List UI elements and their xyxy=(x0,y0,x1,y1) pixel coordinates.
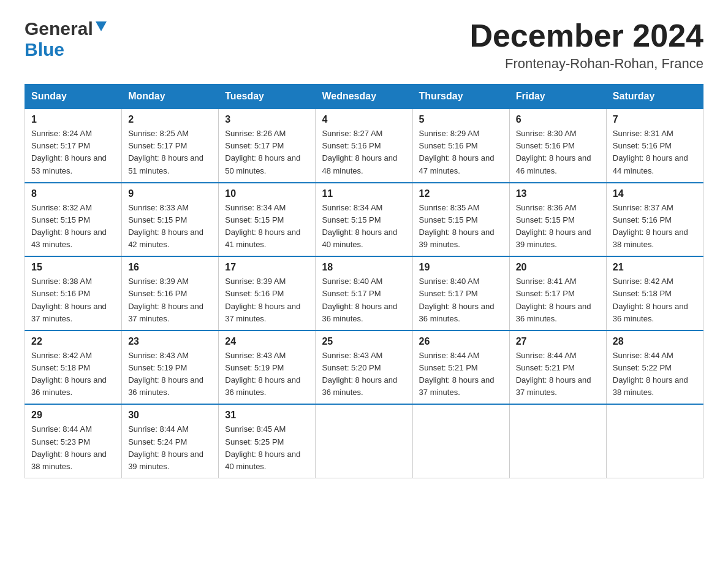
day-info: Sunrise: 8:40 AMSunset: 5:17 PMDaylight:… xyxy=(322,277,397,323)
day-info: Sunrise: 8:43 AMSunset: 5:19 PMDaylight:… xyxy=(128,351,203,397)
day-info: Sunrise: 8:38 AMSunset: 5:16 PMDaylight:… xyxy=(31,277,107,323)
day-number: 18 xyxy=(322,262,406,273)
day-info: Sunrise: 8:35 AMSunset: 5:15 PMDaylight:… xyxy=(419,203,495,249)
calendar-table: Sunday Monday Tuesday Wednesday Thursday… xyxy=(25,84,703,478)
day-number: 19 xyxy=(419,262,503,273)
day-info: Sunrise: 8:39 AMSunset: 5:16 PMDaylight:… xyxy=(128,277,203,323)
calendar-cell: 7 Sunrise: 8:31 AMSunset: 5:16 PMDayligh… xyxy=(606,109,703,183)
day-info: Sunrise: 8:45 AMSunset: 5:25 PMDaylight:… xyxy=(225,424,300,470)
calendar-cell: 30 Sunrise: 8:44 AMSunset: 5:24 PMDaylig… xyxy=(122,404,219,478)
page-title: December 2024 xyxy=(469,18,703,53)
day-info: Sunrise: 8:36 AMSunset: 5:15 PMDaylight:… xyxy=(516,203,591,249)
day-number: 4 xyxy=(322,114,406,125)
calendar-cell: 20 Sunrise: 8:41 AMSunset: 5:17 PMDaylig… xyxy=(509,256,606,331)
day-number: 23 xyxy=(128,336,212,347)
calendar-cell: 14 Sunrise: 8:37 AMSunset: 5:16 PMDaylig… xyxy=(606,183,703,257)
calendar-cell: 9 Sunrise: 8:33 AMSunset: 5:15 PMDayligh… xyxy=(122,183,219,257)
day-info: Sunrise: 8:44 AMSunset: 5:21 PMDaylight:… xyxy=(516,351,591,397)
page-header: General Blue December 2024 Frontenay-Roh… xyxy=(25,18,703,72)
day-number: 12 xyxy=(419,188,503,199)
calendar-cell: 22 Sunrise: 8:42 AMSunset: 5:18 PMDaylig… xyxy=(25,331,122,405)
calendar-cell: 17 Sunrise: 8:39 AMSunset: 5:16 PMDaylig… xyxy=(219,256,316,331)
logo-general-text: General xyxy=(25,18,93,39)
calendar-cell: 13 Sunrise: 8:36 AMSunset: 5:15 PMDaylig… xyxy=(509,183,606,257)
day-number: 7 xyxy=(613,114,697,125)
day-info: Sunrise: 8:34 AMSunset: 5:15 PMDaylight:… xyxy=(322,203,397,249)
day-number: 15 xyxy=(31,262,115,273)
day-number: 13 xyxy=(516,188,600,199)
day-info: Sunrise: 8:44 AMSunset: 5:23 PMDaylight:… xyxy=(31,424,107,470)
calendar-cell: 27 Sunrise: 8:44 AMSunset: 5:21 PMDaylig… xyxy=(509,331,606,405)
calendar-cell: 24 Sunrise: 8:43 AMSunset: 5:19 PMDaylig… xyxy=(219,331,316,405)
day-info: Sunrise: 8:30 AMSunset: 5:16 PMDaylight:… xyxy=(516,129,591,175)
day-info: Sunrise: 8:26 AMSunset: 5:17 PMDaylight:… xyxy=(225,129,300,175)
calendar-cell: 18 Sunrise: 8:40 AMSunset: 5:17 PMDaylig… xyxy=(316,256,412,331)
day-info: Sunrise: 8:37 AMSunset: 5:16 PMDaylight:… xyxy=(613,203,688,249)
calendar-week-2: 8 Sunrise: 8:32 AMSunset: 5:15 PMDayligh… xyxy=(25,183,703,257)
day-info: Sunrise: 8:42 AMSunset: 5:18 PMDaylight:… xyxy=(613,277,688,323)
day-number: 20 xyxy=(516,262,600,273)
day-info: Sunrise: 8:29 AMSunset: 5:16 PMDaylight:… xyxy=(419,129,495,175)
calendar-cell: 28 Sunrise: 8:44 AMSunset: 5:22 PMDaylig… xyxy=(606,331,703,405)
day-number: 14 xyxy=(613,188,697,199)
day-number: 11 xyxy=(322,188,406,199)
day-number: 5 xyxy=(419,114,503,125)
day-info: Sunrise: 8:33 AMSunset: 5:15 PMDaylight:… xyxy=(128,203,203,249)
calendar-cell xyxy=(509,404,606,478)
day-number: 25 xyxy=(322,336,406,347)
calendar-header-row: Sunday Monday Tuesday Wednesday Thursday… xyxy=(25,85,703,109)
day-info: Sunrise: 8:41 AMSunset: 5:17 PMDaylight:… xyxy=(516,277,591,323)
calendar-week-4: 22 Sunrise: 8:42 AMSunset: 5:18 PMDaylig… xyxy=(25,331,703,405)
day-number: 29 xyxy=(31,410,115,421)
day-info: Sunrise: 8:32 AMSunset: 5:15 PMDaylight:… xyxy=(31,203,107,249)
calendar-cell: 23 Sunrise: 8:43 AMSunset: 5:19 PMDaylig… xyxy=(122,331,219,405)
day-number: 22 xyxy=(31,336,115,347)
calendar-cell: 10 Sunrise: 8:34 AMSunset: 5:15 PMDaylig… xyxy=(219,183,316,257)
calendar-cell: 1 Sunrise: 8:24 AMSunset: 5:17 PMDayligh… xyxy=(25,109,122,183)
calendar-cell: 8 Sunrise: 8:32 AMSunset: 5:15 PMDayligh… xyxy=(25,183,122,257)
day-info: Sunrise: 8:39 AMSunset: 5:16 PMDaylight:… xyxy=(225,277,300,323)
day-number: 28 xyxy=(613,336,697,347)
day-info: Sunrise: 8:25 AMSunset: 5:17 PMDaylight:… xyxy=(128,129,203,175)
calendar-week-1: 1 Sunrise: 8:24 AMSunset: 5:17 PMDayligh… xyxy=(25,109,703,183)
day-number: 3 xyxy=(225,114,309,125)
calendar-cell: 19 Sunrise: 8:40 AMSunset: 5:17 PMDaylig… xyxy=(412,256,509,331)
calendar-cell: 26 Sunrise: 8:44 AMSunset: 5:21 PMDaylig… xyxy=(412,331,509,405)
calendar-cell: 11 Sunrise: 8:34 AMSunset: 5:15 PMDaylig… xyxy=(316,183,412,257)
day-number: 8 xyxy=(31,188,115,199)
day-info: Sunrise: 8:44 AMSunset: 5:24 PMDaylight:… xyxy=(128,424,203,470)
calendar-cell: 29 Sunrise: 8:44 AMSunset: 5:23 PMDaylig… xyxy=(25,404,122,478)
header-sunday: Sunday xyxy=(25,85,122,109)
day-number: 9 xyxy=(128,188,212,199)
day-info: Sunrise: 8:27 AMSunset: 5:16 PMDaylight:… xyxy=(322,129,397,175)
calendar-cell: 12 Sunrise: 8:35 AMSunset: 5:15 PMDaylig… xyxy=(412,183,509,257)
page-subtitle: Frontenay-Rohan-Rohan, France xyxy=(469,56,703,72)
calendar-cell: 5 Sunrise: 8:29 AMSunset: 5:16 PMDayligh… xyxy=(412,109,509,183)
header-tuesday: Tuesday xyxy=(219,85,316,109)
header-wednesday: Wednesday xyxy=(316,85,412,109)
calendar-cell: 4 Sunrise: 8:27 AMSunset: 5:16 PMDayligh… xyxy=(316,109,412,183)
day-number: 2 xyxy=(128,114,212,125)
calendar-week-3: 15 Sunrise: 8:38 AMSunset: 5:16 PMDaylig… xyxy=(25,256,703,331)
header-saturday: Saturday xyxy=(606,85,703,109)
day-info: Sunrise: 8:44 AMSunset: 5:21 PMDaylight:… xyxy=(419,351,495,397)
day-number: 21 xyxy=(613,262,697,273)
calendar-cell: 25 Sunrise: 8:43 AMSunset: 5:20 PMDaylig… xyxy=(316,331,412,405)
day-number: 26 xyxy=(419,336,503,347)
day-info: Sunrise: 8:24 AMSunset: 5:17 PMDaylight:… xyxy=(31,129,107,175)
day-info: Sunrise: 8:44 AMSunset: 5:22 PMDaylight:… xyxy=(613,351,688,397)
calendar-cell: 6 Sunrise: 8:30 AMSunset: 5:16 PMDayligh… xyxy=(509,109,606,183)
day-info: Sunrise: 8:43 AMSunset: 5:19 PMDaylight:… xyxy=(225,351,300,397)
day-number: 27 xyxy=(516,336,600,347)
calendar-cell: 31 Sunrise: 8:45 AMSunset: 5:25 PMDaylig… xyxy=(219,404,316,478)
logo: General Blue xyxy=(25,18,108,60)
day-info: Sunrise: 8:43 AMSunset: 5:20 PMDaylight:… xyxy=(322,351,397,397)
day-number: 6 xyxy=(516,114,600,125)
calendar-cell xyxy=(606,404,703,478)
calendar-cell: 16 Sunrise: 8:39 AMSunset: 5:16 PMDaylig… xyxy=(122,256,219,331)
day-info: Sunrise: 8:40 AMSunset: 5:17 PMDaylight:… xyxy=(419,277,495,323)
day-info: Sunrise: 8:42 AMSunset: 5:18 PMDaylight:… xyxy=(31,351,107,397)
calendar-cell: 3 Sunrise: 8:26 AMSunset: 5:17 PMDayligh… xyxy=(219,109,316,183)
logo-blue-text: Blue xyxy=(25,39,64,59)
day-number: 16 xyxy=(128,262,212,273)
